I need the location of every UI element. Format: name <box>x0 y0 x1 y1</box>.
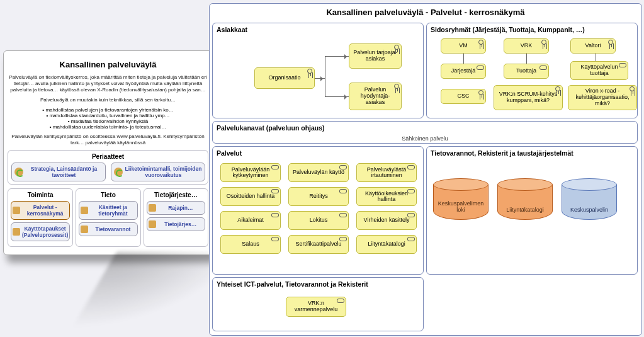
nav-tietojarjestelmat[interactable]: Tietojärjes… <box>147 217 205 231</box>
role-kayttopalvelun-tuottaja[interactable]: Käyttöpalvelun tuottaja <box>570 61 628 80</box>
label: CSC <box>457 93 469 100</box>
view-icon <box>81 207 88 214</box>
panel-asiakkaat: Asiakkaat Organisaatio Palvelun tarjoaja… <box>212 23 424 118</box>
service-lokitus[interactable]: Lokitus <box>288 211 349 230</box>
panel-title: Palvelukanavat (palveluun ohjaus) <box>217 124 633 132</box>
principle-icon <box>14 168 23 176</box>
nav-label: Käsitteet ja tietoryhmät <box>90 204 135 217</box>
actor-palvelun-hyodyntaja[interactable]: Palvelun hyödyntäjä-asiakas <box>349 83 402 110</box>
label: Organisaatio <box>268 75 300 81</box>
nav-label: Rajapin… <box>158 205 203 211</box>
actor-viron-xroad[interactable]: Viron x-road -kehittäjäorganisaatio, mik… <box>568 85 637 110</box>
panel-palvelut: Palvelut Palveluväylään kytkeytyminen Pa… <box>212 146 424 275</box>
label: Valtori <box>585 43 601 49</box>
view-icon <box>81 226 88 233</box>
panel-title: Sidosryhmät (Järjestäjä, Tuottaja, Kumpp… <box>431 26 633 33</box>
diagram-title: Kansallinen palveluväylä - Palvelut - ke… <box>210 4 641 20</box>
connector <box>463 54 464 64</box>
view-icon <box>149 220 156 228</box>
label: Palvelun hyödyntäjä-asiakas <box>352 87 398 106</box>
actor-organisaatio[interactable]: Organisaatio <box>254 67 315 89</box>
label: Osoitteiden hallinta <box>227 193 275 199</box>
role-jarjestaja[interactable]: Järjestäjä <box>441 64 486 79</box>
connector <box>315 78 325 79</box>
overview-desc-1: Palveluväylä on tiedonvälityskerros, jok… <box>8 74 208 93</box>
label: Käyttöpalvelun tuottaja <box>573 64 625 77</box>
nav-rajapinnat[interactable]: Rajapin… <box>147 201 205 215</box>
actor-vrk[interactable]: VRK <box>504 38 549 54</box>
label: Keskuspalvelimen loki <box>434 200 488 213</box>
label: Liityntäkatalogi <box>368 241 405 247</box>
diagram-grid: Asiakkaat Organisaatio Palvelun tarjoaja… <box>212 23 639 333</box>
panel-sidosryhmat: Sidosryhmät (Järjestäjä, Tuottaja, Kumpp… <box>426 23 638 118</box>
label: Liityntäkatalogi <box>506 207 544 213</box>
actor-palvelun-tarjoaja[interactable]: Palvelun tarjoaja-asiakas <box>349 43 402 69</box>
service-kaytto[interactable]: Palveluväylän käyttö <box>288 163 349 182</box>
column-toiminta: Toiminta Palvelut - kerrosnäkymä Käyttöt… <box>8 188 73 247</box>
nav-label: Tietovarannot <box>90 226 135 232</box>
service-kayttooikeudet[interactable]: Käyttöoikeuksien hallinta <box>356 187 417 206</box>
label: VRK:n varmennepalvelu <box>289 300 343 313</box>
nav-tietovarannot[interactable]: Tietovarannot <box>79 222 137 236</box>
bullet: madaltaa tiedonvaihdon kynnyksiä <box>8 118 208 124</box>
service-sertifikaattipalvelu[interactable]: Sertifikaattipalvelu <box>288 235 349 254</box>
overview-bullets: mahdollistaa palvelujen ja tietovarantoj… <box>8 107 208 130</box>
service-virheiden-kasittely[interactable]: Virheiden käsittely <box>356 211 417 230</box>
panel-tietovarannot: Tietovarannot, Rekisterit ja taustajärje… <box>426 146 638 275</box>
label: Palvelun tarjoaja-asiakas <box>352 50 398 62</box>
service-salaus[interactable]: Salaus <box>220 235 281 254</box>
panel-title: Yhteiset ICT-palvelut, Tietovarannot ja … <box>217 280 419 288</box>
actor-scrum-kumppani[interactable]: VRK:n SCRUM-kehitys kumppani, mikä? <box>494 85 563 110</box>
peri-label: Strategia, Lainsäädäntö ja tavoitteet <box>26 166 103 178</box>
label: VM <box>459 43 468 49</box>
column-tieto: Tieto Käsitteet ja tietoryhmät Tietovara… <box>76 188 140 247</box>
actor-vm[interactable]: VM <box>441 38 486 54</box>
panel-title: Asiakkaat <box>217 26 419 33</box>
actor-valtori[interactable]: Valtori <box>570 38 616 54</box>
service-kytkeytyminen[interactable]: Palveluväylään kytkeytyminen <box>220 163 281 182</box>
datastore-keskuspalvelimen-loki[interactable]: Keskuspalvelimen loki <box>433 185 489 220</box>
panel-palvelukanavat: Palvelukanavat (palveluun ohjaus) Sähköi… <box>212 121 638 144</box>
datastore-liityntakatalogi[interactable]: Liityntäkatalogi <box>497 185 553 220</box>
overview-title: Kansallinen palveluväylä <box>8 60 208 69</box>
service-varmennepalvelu[interactable]: VRK:n varmennepalvelu <box>286 297 346 317</box>
periaatteet-item-liiketoiminta[interactable]: Liiketoimintamalli, toimijoiden vuorovai… <box>111 163 205 181</box>
actor-csc[interactable]: CSC <box>441 89 486 104</box>
label: Aikaleimat <box>237 217 264 223</box>
label: Reititys <box>309 193 328 199</box>
bullet: mahdollistaa palvelujen ja tietovarantoj… <box>8 107 208 113</box>
service-aikaleimat[interactable]: Aikaleimat <box>220 211 281 230</box>
connector <box>596 54 596 61</box>
periaatteet-item-strategia[interactable]: Strategia, Lainsäädäntö ja tavoitteet <box>11 163 106 181</box>
label: Palveluväylästä irtautuminen <box>359 167 414 179</box>
label: Salaus <box>242 241 259 247</box>
connector <box>325 56 325 97</box>
label: Lokitus <box>310 217 328 223</box>
service-reititys[interactable]: Reititys <box>288 187 349 206</box>
label: Tuottaja <box>516 68 536 74</box>
view-icon <box>13 228 20 236</box>
label: VRK <box>521 43 533 49</box>
label: Keskuspalvelin <box>570 207 608 213</box>
service-osoitteiden-hallinta[interactable]: Osoitteiden hallinta <box>220 187 281 206</box>
datastore-keskuspalvelin[interactable]: Keskuspalvelin <box>562 185 617 220</box>
service-liityntakatalogi[interactable]: Liityntäkatalogi <box>356 235 417 254</box>
periaatteet-head: Periaatteet <box>11 153 205 160</box>
overview-panel: Kansallinen palveluväylä Palveluväylä on… <box>3 50 213 255</box>
nav-label: Käyttötapaukset (Palveluprosessit) <box>22 226 68 238</box>
role-tuottaja[interactable]: Tuottaja <box>504 64 549 79</box>
panel-title: Palvelut <box>217 149 419 157</box>
overview-columns: Toiminta Palvelut - kerrosnäkymä Käyttöt… <box>8 188 208 247</box>
nav-palvelut-kerrosnakymä[interactable]: Palvelut - kerrosnäkymä <box>11 201 70 220</box>
bullet: mahdollistaa standardoitu, turvallinen j… <box>8 113 208 118</box>
label: Sertifikaattipalvelu <box>295 241 341 247</box>
overview-desc-2: Palveluväylä on muutakin kuin tekniikkaa… <box>8 97 208 103</box>
column-tietojarjestelmat: Tietojärjeste… Rajapin… Tietojärjes… <box>144 188 208 247</box>
panel-ict: Yhteiset ICT-palvelut, Tietovarannot ja … <box>212 277 424 331</box>
nav-kayttotapaukset[interactable]: Käyttötapaukset (Palveluprosessit) <box>11 222 70 241</box>
kanavat-subtitle: Sähköinen palvelu <box>217 135 633 142</box>
service-irtautuminen[interactable]: Palveluväylästä irtautuminen <box>356 163 417 182</box>
view-icon <box>149 204 156 212</box>
column-head: Tieto <box>79 191 137 198</box>
nav-kasitteet[interactable]: Käsitteet ja tietoryhmät <box>79 201 137 220</box>
